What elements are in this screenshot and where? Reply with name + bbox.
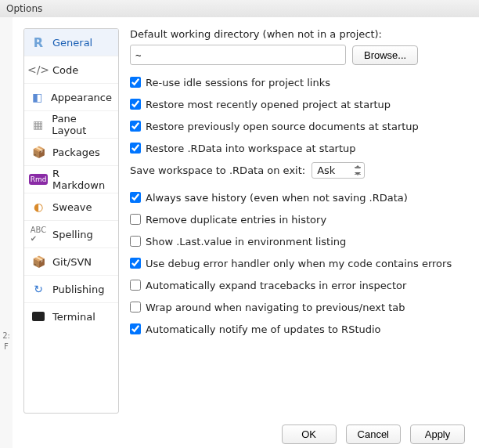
terminal-icon (31, 309, 46, 324)
window-titlebar: Options (0, 0, 479, 18)
option-checkbox[interactable] (130, 214, 141, 225)
browse-button[interactable]: Browse... (352, 45, 418, 65)
option-checkbox[interactable] (130, 280, 141, 291)
option-checkbox-label: Restore most recently opened project at … (146, 99, 391, 110)
option-checkbox[interactable] (130, 236, 141, 247)
option-checkbox-row: Automatically notify me of updates to RS… (130, 321, 465, 337)
options-general-pane: Default working directory (when not in a… (119, 17, 479, 425)
option-checkbox-label: Restore .RData into workspace at startup (146, 143, 356, 154)
option-checkbox-label: Always save history (even when not savin… (146, 192, 408, 204)
option-checkbox-row: Use debug error handler only when my cod… (130, 255, 465, 271)
option-checkbox-row: Show .Last.value in environment listing (130, 233, 465, 249)
option-checkbox-row: Remove duplicate entries in history (130, 211, 465, 227)
code-icon: </> (31, 62, 46, 78)
option-checkbox[interactable] (130, 143, 141, 154)
sidebar-item-packages[interactable]: 📦Packages (24, 138, 118, 165)
sidebar-item-code[interactable]: </>Code (24, 56, 118, 83)
option-checkbox-row: Restore .RData into workspace at startup (130, 140, 465, 156)
option-checkbox-label: Remove duplicate entries in history (146, 214, 326, 226)
sidebar-item-label: Publishing (52, 284, 104, 295)
package-icon: 📦 (31, 144, 46, 160)
sidebar-item-label: R Markdown (52, 168, 112, 191)
panes-icon: ▦ (31, 117, 45, 132)
publish-icon: ↻ (31, 281, 46, 297)
option-checkbox-row: Wrap around when navigating to previous/… (130, 299, 465, 315)
option-checkbox[interactable] (130, 258, 141, 269)
r-logo-icon: R (31, 34, 46, 50)
dialog-footer: OK Cancel Apply (13, 425, 479, 448)
appearance-icon: ◧ (31, 89, 45, 105)
option-checkbox-label: Automatically expand tracebacks in error… (146, 280, 406, 291)
option-checkbox[interactable] (130, 192, 141, 203)
sidebar-item-pane-layout[interactable]: ▦Pane Layout (24, 110, 118, 138)
workdir-input[interactable] (130, 45, 346, 65)
options-dialog: RGeneral</>Code◧Appearance▦Pane Layout📦P… (13, 17, 479, 425)
option-checkbox-label: Wrap around when navigating to previous/… (146, 302, 405, 313)
option-checkbox-label: Restore previously open source documents… (146, 121, 419, 132)
option-checkbox-row: Always save history (even when not savin… (130, 190, 465, 205)
option-checkbox-label: Use debug error handler only when my cod… (146, 258, 452, 269)
sidebar-item-r-markdown[interactable]: RmdR Markdown (24, 165, 118, 193)
chevron-up-icon (355, 165, 361, 168)
option-checkbox[interactable] (130, 302, 141, 313)
ok-button[interactable]: OK (282, 425, 337, 444)
sidebar-item-label: General (52, 37, 92, 49)
sidebar-item-sweave[interactable]: ◐Sweave (24, 193, 118, 220)
obscured-editor-gutter: 2:F (0, 17, 13, 448)
sidebar-item-label: Terminal (52, 311, 95, 323)
sidebar-item-label: Spelling (52, 229, 93, 240)
save-workspace-value: Ask (317, 164, 335, 176)
option-checkbox-row: Restore previously open source documents… (130, 118, 465, 134)
option-checkbox[interactable] (130, 121, 141, 132)
sidebar-item-label: Packages (52, 146, 100, 158)
apply-button[interactable]: Apply (410, 425, 465, 444)
cancel-button[interactable]: Cancel (346, 425, 401, 444)
sidebar-item-general[interactable]: RGeneral (24, 29, 118, 56)
option-checkbox-row: Re-use idle sessions for project links (130, 74, 465, 90)
sidebar-item-label: Appearance (51, 92, 112, 103)
option-checkbox-label: Show .Last.value in environment listing (146, 236, 346, 247)
save-workspace-select[interactable]: Ask (312, 162, 365, 179)
sidebar-item-git-svn[interactable]: 📦Git/SVN (24, 247, 118, 275)
option-checkbox[interactable] (130, 99, 141, 110)
rmarkdown-icon: Rmd (31, 172, 46, 187)
option-checkbox[interactable] (130, 323, 141, 334)
sidebar-item-label: Git/SVN (52, 256, 92, 268)
option-checkbox-label: Automatically notify me of updates to RS… (146, 323, 381, 335)
misc-checkboxes: Always save history (even when not savin… (130, 190, 465, 337)
sweave-icon: ◐ (31, 199, 46, 215)
option-checkbox-row: Automatically expand tracebacks in error… (130, 277, 465, 293)
sidebar-item-publishing[interactable]: ↻Publishing (24, 275, 118, 302)
window-title: Options (6, 3, 42, 14)
workdir-label: Default working directory (when not in a… (130, 28, 465, 40)
git-icon: 📦 (31, 254, 46, 269)
chevron-down-icon (355, 172, 361, 175)
sidebar-item-appearance[interactable]: ◧Appearance (24, 83, 118, 110)
spelling-icon: ABC✔ (31, 226, 46, 242)
option-checkbox-row: Restore most recently opened project at … (130, 96, 465, 112)
sidebar-item-label: Sweave (52, 201, 92, 213)
save-workspace-label: Save workspace to .RData on exit: (130, 164, 305, 176)
option-checkbox-label: Re-use idle sessions for project links (146, 77, 330, 89)
sidebar-item-spelling[interactable]: ABC✔Spelling (24, 220, 118, 247)
sidebar-item-label: Code (52, 64, 78, 76)
startup-checkboxes: Re-use idle sessions for project linksRe… (130, 74, 465, 156)
option-checkbox[interactable] (130, 77, 141, 88)
sidebar-item-terminal[interactable]: Terminal (24, 302, 118, 330)
sidebar-item-label: Pane Layout (52, 113, 112, 136)
category-sidebar: RGeneral</>Code◧Appearance▦Pane Layout📦P… (23, 28, 119, 414)
